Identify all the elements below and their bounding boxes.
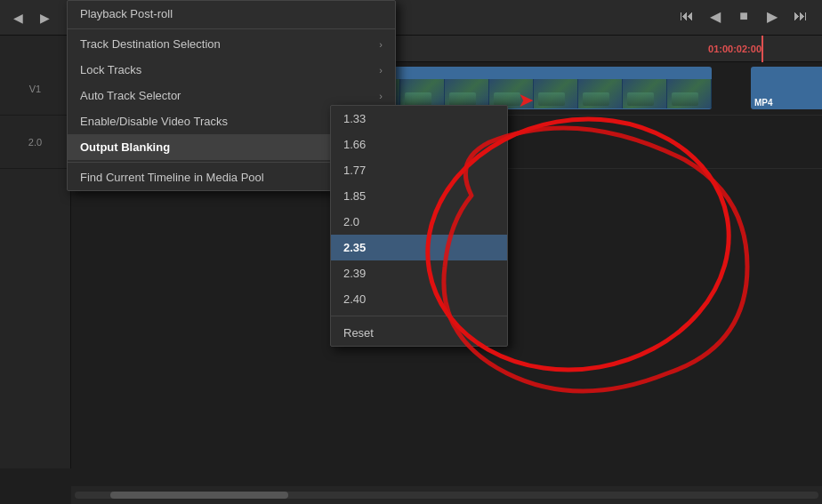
submenu-separator	[331, 316, 507, 316]
menu-item-output-blanking-label: Output Blanking	[80, 140, 170, 154]
skip-fwd-button[interactable]: ⏭	[788, 4, 813, 28]
step-back-button[interactable]: ◀	[703, 4, 728, 28]
submenu-item-239[interactable]: 2.39	[331, 260, 507, 286]
menu-item-track-destination[interactable]: Track Destination Selection ›	[68, 31, 395, 57]
submenu-item-177[interactable]: 1.77	[331, 157, 507, 183]
menu-separator-1	[68, 28, 395, 29]
video-clip-partial[interactable]: MP4	[751, 67, 822, 109]
submenu-item-20[interactable]: 2.0	[331, 209, 507, 235]
scrollbar-area[interactable]	[71, 486, 822, 504]
clip-thumb-11	[534, 79, 578, 108]
nav-back-button[interactable]: ◀	[7, 7, 28, 28]
clip-thumb-12	[578, 79, 623, 108]
scrollbar-track	[75, 492, 818, 499]
menu-item-postroll[interactable]: Playback Post-roll	[68, 1, 395, 27]
menu-item-auto-track-label: Auto Track Selector	[80, 89, 181, 102]
track-headers: V1 2.0	[0, 62, 71, 468]
chevron-right-icon-2: ›	[379, 65, 383, 76]
timecode-display: 01:00:02:00	[708, 44, 762, 54]
clip-thumb-14	[667, 79, 712, 108]
nav-fwd-button[interactable]: ▶	[34, 7, 55, 28]
chevron-right-icon-1: ›	[379, 39, 383, 50]
chevron-right-icon-3: ›	[379, 91, 383, 101]
playhead-marker	[762, 36, 763, 62]
submenu-output-blanking: 1.33 1.66 1.77 1.85 2.0 2.35 2.39 2.40 R…	[330, 105, 508, 347]
menu-item-enable-video-label: Enable/Disable Video Tracks	[80, 115, 228, 128]
menu-item-postroll-label: Playback Post-roll	[80, 7, 173, 20]
playback-controls: ⏮ ◀ ■ ▶ ⏭	[674, 4, 813, 28]
submenu-item-166[interactable]: 1.66	[331, 132, 507, 157]
menu-item-track-destination-label: Track Destination Selection	[80, 37, 221, 51]
stop-button[interactable]: ■	[731, 4, 756, 28]
menu-item-lock-tracks-label: Lock Tracks	[80, 63, 141, 76]
clip-partial-label: MP4	[754, 98, 773, 108]
submenu-item-reset[interactable]: Reset	[331, 320, 507, 346]
track-header-v2: 2.0	[0, 116, 70, 169]
submenu-item-133[interactable]: 1.33	[331, 106, 507, 132]
scrollbar-thumb[interactable]	[110, 492, 288, 499]
secondary-toolbar	[0, 36, 71, 62]
clip-thumb-13	[623, 79, 667, 108]
play-button[interactable]: ▶	[760, 4, 785, 28]
submenu-item-240[interactable]: 2.40	[331, 286, 507, 312]
menu-item-lock-tracks[interactable]: Lock Tracks ›	[68, 57, 395, 83]
skip-start-button[interactable]: ⏮	[674, 4, 699, 28]
submenu-item-235[interactable]: 2.35	[331, 235, 507, 260]
menu-item-find-timeline-label: Find Current Timeline in Media Pool	[80, 171, 264, 184]
track-header-v1: V1	[0, 62, 70, 116]
submenu-item-185[interactable]: 1.85	[331, 183, 507, 209]
